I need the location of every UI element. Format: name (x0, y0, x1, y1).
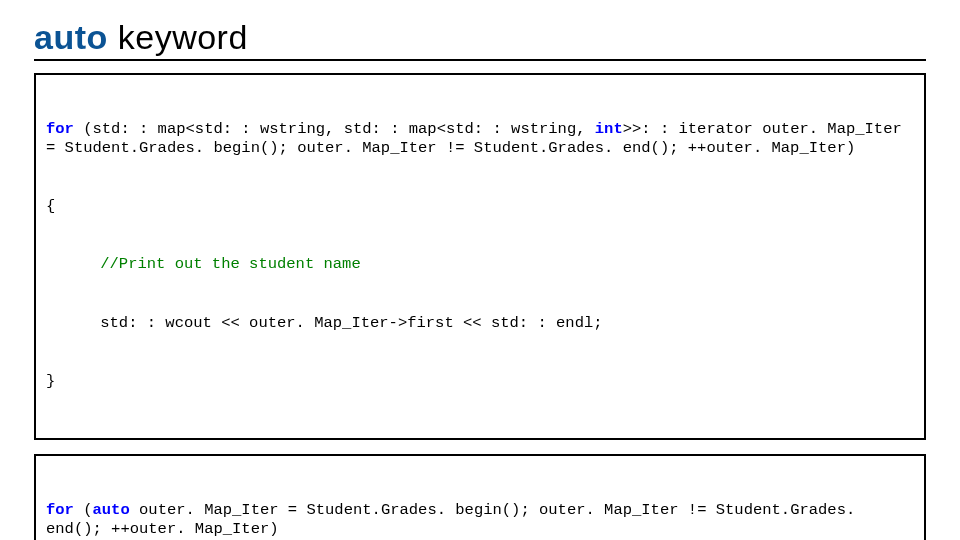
code-text: ( (74, 501, 93, 519)
code-text: first << std: : endl; (407, 314, 602, 332)
code-box-1: for (std: : map<std: : wstring, std: : m… (34, 73, 926, 440)
keyword-for: for (46, 120, 74, 138)
keyword-auto: auto (93, 501, 130, 519)
title-keyword: auto (34, 18, 108, 56)
code-text: std: : wcout << outer. Map_Iter (100, 314, 388, 332)
code-line: std: : wcout << outer. Map_Iter->first <… (46, 314, 914, 333)
code-line: } (46, 372, 914, 391)
code-line: { (46, 197, 914, 216)
title-rest: keyword (108, 18, 248, 56)
slide-title: auto keyword (34, 18, 926, 61)
keyword-int: int (595, 120, 623, 138)
slide: auto keyword for (std: : map<std: : wstr… (0, 0, 960, 540)
code-line: for (auto outer. Map_Iter = Student.Grad… (46, 501, 914, 540)
arrow-op: -> (389, 314, 408, 332)
code-line: for (std: : map<std: : wstring, std: : m… (46, 120, 914, 159)
code-text: (std: : map<std: : wstring, std: : map<s… (74, 120, 595, 138)
code-box-2: for (auto outer. Map_Iter = Student.Grad… (34, 454, 926, 540)
keyword-for: for (46, 501, 74, 519)
code-text: outer. Map_Iter = Student.Grades. begin(… (46, 501, 865, 538)
code-comment: //Print out the student name (46, 255, 914, 274)
